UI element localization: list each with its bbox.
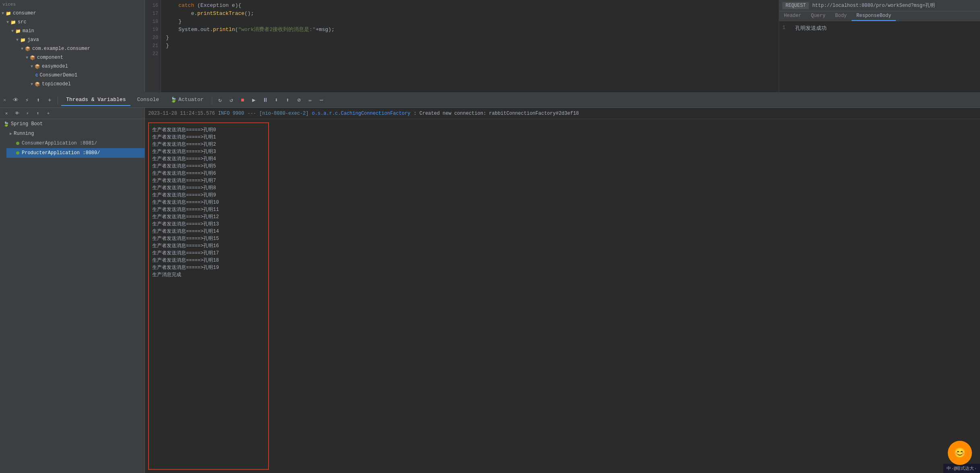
tab-body[interactable]: Body [830,11,852,21]
tab-console[interactable]: Console [132,94,164,106]
output-line: 生产者发送消息=====>孔明17 [152,250,265,257]
output-line: 生产者发送消息=====>孔明6 [152,170,265,177]
sidebar-item-easymodel[interactable]: ▼ 📦 easymodel [0,62,145,71]
service-label-producter: ProducterApplication :8080/ [22,150,100,156]
spring-boot-header[interactable]: 🍃 Spring Boot [0,119,145,129]
close-button[interactable]: ✕ [3,97,6,103]
services-panel: ✕ 👁 ⚡ ⬆ + 🍃 Spring Boot ▶ Running [0,108,145,473]
service-item-producter[interactable]: ProducterApplication :8080/ [6,148,145,158]
chevron-component: ▼ [26,56,28,60]
sidebar-item-main[interactable]: ▼ 📁 main [0,27,145,35]
request-panel: REQUEST http://localhost:8080/pro/workSe… [779,0,980,92]
step-out-button[interactable]: ⬆ [283,95,293,105]
output-box: 生产者发送消息=====>孔明0生产者发送消息=====>孔明1生产者发送消息=… [148,122,269,470]
sidebar-item-package[interactable]: ▼ 📦 com.example.consumer [0,44,145,53]
class-icon: C [35,73,38,78]
log-header: 2023-11-28 11:24:15.576 INFO 9900 --- [n… [145,108,980,119]
resume-button[interactable]: ▶ [249,95,259,105]
easymodel-icon: 📦 [35,64,40,69]
tab-query[interactable]: Query [806,11,830,21]
code-content: catch (Exception e){ e.printStackTrace()… [161,0,779,92]
stop-button[interactable]: ■ [238,95,248,105]
log-level: INFO 9900 [218,111,244,116]
tab-responsebody[interactable]: ResponseBody [852,11,896,21]
sidebar-item-consumer[interactable]: ▼ 📁 consumer [0,9,145,18]
output-line: 生产者发送消息=====>孔明14 [152,228,265,235]
sidebar-label: vices [2,2,16,7]
sidebar-item-src[interactable]: ▼ 📁 src [0,18,145,27]
sidebar-item-label-easymodel: easymodel [42,64,68,69]
services-area: ✕ 👁 ⚡ ⬆ + 🍃 Spring Boot ▶ Running [0,108,980,473]
more-button[interactable]: ⋯ [317,95,327,105]
chevron-consumer: ▼ [2,11,4,16]
sidebar-item-topicmodel[interactable]: ▼ 📦 topicmodel [0,80,145,89]
mute-button[interactable]: ⊘ [294,95,304,105]
package-icon: 📦 [25,46,31,52]
running-header[interactable]: ▶ Running [6,129,145,138]
services-toolbar-btn1[interactable]: ✕ [2,109,11,118]
filter-button[interactable]: ⚡ [22,95,32,105]
reload-button[interactable]: ↻ [215,95,225,105]
log-source: o.s.a.r.c.CachingConnectionFactory [312,111,410,116]
request-url: http://localhost:8080/pro/workSend?msg=孔… [812,2,977,9]
services-toolbar-btn4[interactable]: ⬆ [33,109,43,118]
output-line: 生产者发送消息=====>孔明3 [152,148,265,155]
output-line: 生产者发送消息=====>孔明13 [152,221,265,228]
pause-button[interactable]: ⏸ [261,95,270,105]
output-line: 生产者发送消息=====>孔明18 [152,257,265,264]
component-icon: 📦 [30,55,35,60]
edit-button[interactable]: ✏ [306,95,315,105]
chevron-easymodel: ▼ [31,64,33,69]
add-button[interactable]: + [45,95,54,105]
output-line: 生产者发送消息=====>孔明9 [152,192,265,199]
eye-button[interactable]: 👁 [11,95,21,105]
step-into-button[interactable]: ⬇ [272,95,281,105]
output-area: 生产者发送消息=====>孔明0生产者发送消息=====>孔明1生产者发送消息=… [145,119,980,473]
tab-threads-variables[interactable]: Threads & Variables [61,94,130,106]
request-method: REQUEST [782,2,809,9]
skin-widget[interactable]: 😊 [948,441,972,465]
separator-2 [212,96,212,104]
sidebar-item-component[interactable]: ▼ 📦 component [0,53,145,62]
service-item-consumer[interactable]: ConsumerApplication :8081/ [6,138,145,148]
service-label-consumer: ConsumerApplication :8081/ [22,140,97,146]
chevron-package: ▼ [21,47,23,51]
output-line: 生产者发送消息=====>孔明7 [152,177,265,184]
line-numbers: 16 17 18 19 20 21 22 [145,0,161,92]
output-line: 生产者发送消息=====>孔明10 [152,199,265,206]
sidebar-item-label-component: component [37,55,63,60]
folder-icon-java: 📁 [20,37,26,43]
sidebar-item-consumerdemo[interactable]: C ConsumerDemo1 [0,71,145,80]
services-toolbar-btn5[interactable]: + [43,109,53,118]
output-line: 生产者发送消息=====>孔明4 [152,155,265,163]
services-toolbar: ✕ 👁 ⚡ ⬆ + [0,108,145,119]
folder-icon: 📁 [6,11,11,16]
services-toolbar-btn3[interactable]: ⚡ [23,109,32,118]
output-line: 生产者发送消息=====>孔明2 [152,141,265,148]
output-line: 生产者发送消息=====>孔明8 [152,184,265,192]
debug-toolbar: ✕ 👁 ⚡ ⬆ + Threads & Variables Console 🍃 … [0,93,980,108]
sidebar-item-label-consumerdemo: ConsumerDemo1 [40,72,78,78]
folder-icon-src: 📁 [10,20,16,25]
services-toolbar-btn2[interactable]: 👁 [12,109,22,118]
code-editor: 16 17 18 19 20 21 22 catch (Exception e)… [145,0,779,92]
log-timestamp: 2023-11-28 11:24:15.576 [148,111,215,116]
output-line: 生产者发送消息=====>孔明0 [152,126,265,134]
sidebar-item-label-topicmodel: topicmodel [42,81,71,87]
sidebar-item-java[interactable]: ▼ 📁 java [0,35,145,44]
output-line: 生产者发送消息=====>孔明15 [152,235,265,242]
tab-header[interactable]: Header [779,11,806,21]
chevron-src: ▼ [6,20,9,25]
topicmodel-icon: 📦 [35,82,40,87]
reload2-button[interactable]: ↺ [227,95,236,105]
tab-actuator[interactable]: 🍃 Actuator [165,94,208,106]
dot-consumer [16,142,19,145]
sidebar: vices ▼ 📁 consumer ▼ 📁 src ▼ 📁 main ▼ 📁 … [0,0,145,92]
bottom-label: 中·@暗式达大· [943,464,980,473]
spring-boot-label: Spring Boot [11,121,43,127]
export-button[interactable]: ⬆ [33,95,43,105]
folder-icon-main: 📁 [15,29,21,34]
chevron-running: ▶ [10,131,12,136]
sidebar-item-label-package: com.example.consumer [32,46,90,52]
console-area: 2023-11-28 11:24:15.576 INFO 9900 --- [n… [145,108,980,473]
